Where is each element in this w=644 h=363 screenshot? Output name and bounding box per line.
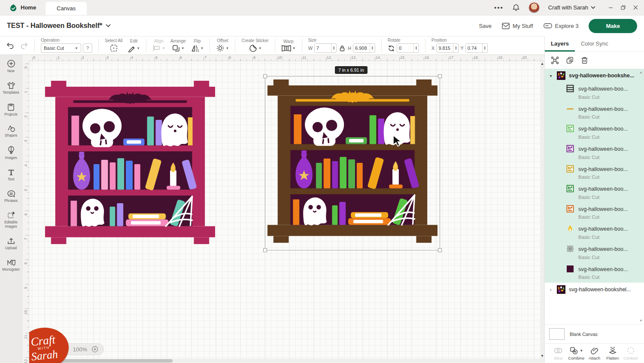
height-input[interactable]: ▲▼	[353, 43, 375, 53]
my-stuff-button[interactable]: My Stuff	[502, 23, 533, 29]
account-menu[interactable]: Craft with Sarah	[548, 4, 595, 11]
layer-group-header[interactable]: ▾ svg-halloween-bookshe...	[545, 69, 644, 82]
layer-item[interactable]: svg-halloween-boo...Basic Cut	[545, 103, 644, 123]
selection-handle-top-left[interactable]	[263, 74, 267, 78]
delete-button[interactable]	[581, 56, 588, 64]
sidebar-item-images[interactable]: Images	[0, 142, 22, 164]
rotate-input[interactable]: ▲▼	[397, 43, 419, 53]
layer-item[interactable]: svg-halloween-boo...Basic Cut	[545, 263, 644, 283]
zoom-in-button[interactable]	[91, 346, 98, 353]
cutting-machine-icon	[544, 23, 552, 29]
layer-item[interactable]: svg-halloween-boo...Basic Cut	[545, 163, 644, 183]
rotate-icon[interactable]	[388, 45, 395, 52]
horizontal-scrollbar[interactable]: ◄	[29, 359, 544, 363]
flip-button[interactable]: ▼	[191, 44, 204, 52]
align-button[interactable]: ▼	[152, 44, 165, 52]
sidebar-item-text[interactable]: Text	[0, 164, 22, 186]
redo-button[interactable]	[17, 42, 31, 49]
layer-icon-shelf-outline	[566, 85, 574, 92]
chevron-down-icon[interactable]: ▾	[548, 73, 553, 78]
canvas-viewport[interactable]: 7 in x 6.91 in − 100% Craft WITH Sarah ▲…	[29, 61, 544, 363]
list-scroll-down-icon[interactable]: ▼	[639, 319, 643, 323]
layer-group-collapsed[interactable]: › svg-halloween-bookshel...	[545, 283, 644, 296]
chevron-right-icon[interactable]: ›	[548, 287, 553, 292]
layer-item[interactable]: svg-halloween-boo...Basic Cut	[545, 122, 644, 143]
position-x-stepper[interactable]: ▲▼	[453, 44, 458, 52]
blank-canvas-row[interactable]: Blank Canvas	[545, 324, 644, 343]
operation-select[interactable]: Basic Cut▼	[41, 43, 81, 53]
combine-button[interactable]: ▼Combine	[567, 346, 585, 360]
blank-canvas-swatch[interactable]	[549, 328, 565, 340]
layer-item[interactable]: svg-halloween-boo...Basic Cut	[545, 143, 644, 163]
select-all-button[interactable]	[109, 44, 118, 52]
notifications-bell-icon[interactable]	[512, 4, 520, 12]
width-stepper[interactable]: ▲▼	[331, 44, 336, 52]
pink-bookshelf-object[interactable]	[45, 80, 215, 250]
lock-icon[interactable]	[339, 45, 345, 52]
ruler-horizontal: 01234567891011121314151617181920	[29, 55, 544, 61]
window-restore-button[interactable]	[621, 5, 626, 10]
undo-button[interactable]	[3, 42, 17, 49]
sidebar-item-upload[interactable]: Upload	[0, 233, 22, 254]
save-button[interactable]: Save	[479, 23, 492, 29]
ruler-left-number: 9	[24, 285, 28, 291]
position-y-stepper[interactable]: ▲▼	[482, 44, 487, 52]
height-stepper[interactable]: ▲▼	[370, 44, 375, 52]
attach-button[interactable]: Attach	[585, 346, 603, 360]
upload-icon	[7, 237, 15, 245]
duplicate-button[interactable]	[566, 56, 574, 64]
create-sticker-button[interactable]: ▼	[249, 44, 262, 53]
layer-item[interactable]: svg-halloween-boo...Basic Cut	[545, 203, 644, 223]
edit-button[interactable]: ▼	[128, 44, 140, 52]
selection-handle-top-right[interactable]	[438, 74, 442, 78]
layer-item[interactable]: svg-halloween-boo...Basic Cut	[545, 243, 644, 263]
position-x-input[interactable]: ▲▼	[436, 43, 459, 53]
tab-color-sync[interactable]: Color Sync	[575, 36, 614, 52]
operation-help-button[interactable]: ?	[83, 43, 92, 53]
sidebar-item-templates[interactable]: Templates	[0, 77, 22, 99]
left-sidebar: NewTemplatesProjectsShapesImagesTextPhra…	[0, 55, 22, 363]
craft-with-sarah-logo: Craft WITH Sarah	[29, 325, 71, 363]
home-button[interactable]: Home	[0, 0, 46, 15]
sidebar-item-shapes[interactable]: Shapes	[0, 120, 22, 142]
window-minimize-button[interactable]	[608, 5, 613, 10]
ruler-top-number: 0	[33, 55, 35, 60]
sidebar-item-projects[interactable]: Projects	[0, 99, 22, 121]
layer-icon-flame	[566, 225, 574, 232]
selection-handle-bottom-right[interactable]	[438, 248, 442, 252]
list-scroll-up-icon[interactable]: ▲	[639, 70, 643, 74]
group-button[interactable]	[551, 56, 559, 64]
rotate-stepper[interactable]: ▲▼	[413, 44, 419, 52]
ruler-top-number: 4	[131, 55, 133, 60]
window-close-button[interactable]	[633, 5, 638, 10]
scrollbar-thumb[interactable]	[46, 359, 173, 363]
make-button[interactable]: Make	[589, 19, 637, 33]
offset-button[interactable]: ▼	[216, 44, 229, 52]
flatten-icon	[608, 346, 617, 355]
arrange-button[interactable]: ▼	[172, 44, 185, 52]
ruler-left-number: 11	[24, 334, 28, 340]
flatten-button[interactable]: Flatten	[604, 346, 622, 360]
sidebar-item-phrases[interactable]: Phrases	[0, 186, 22, 207]
layer-item[interactable]: svg-halloween-boo...Basic Cut	[545, 223, 644, 243]
position-y-input[interactable]: ▲▼	[465, 43, 488, 53]
selection-handle-bottom-left[interactable]	[263, 248, 267, 252]
sidebar-item-new[interactable]: New	[0, 55, 22, 77]
sidebar-item-editable-images[interactable]: EditableImages	[0, 207, 22, 233]
overflow-menu-button[interactable]: •••	[494, 4, 504, 11]
tab-canvas[interactable]: Canvas	[46, 2, 87, 15]
brown-bookshelf-object[interactable]	[267, 79, 437, 249]
layer-item[interactable]: svg-halloween-boo...Basic Cut	[545, 82, 644, 103]
layer-icon-books	[566, 145, 574, 153]
explore-machines-button[interactable]: Explore 3	[544, 23, 579, 29]
sidebar-item-monogram[interactable]: Monogram	[0, 254, 22, 276]
vertical-scrollbar[interactable]: ▲ ▼	[540, 61, 544, 359]
scroll-down-icon[interactable]: ▼	[541, 354, 544, 358]
layer-item[interactable]: svg-halloween-boo...Basic Cut	[545, 183, 644, 203]
width-input[interactable]: ▲▼	[314, 43, 337, 53]
warp-button[interactable]: ▼	[281, 45, 296, 52]
project-title[interactable]: TEST - Halloween Bookshelf*	[7, 22, 111, 30]
tab-layers[interactable]: Layers	[545, 36, 575, 52]
user-avatar[interactable]	[529, 2, 540, 13]
scroll-up-icon[interactable]: ▲	[541, 62, 544, 66]
